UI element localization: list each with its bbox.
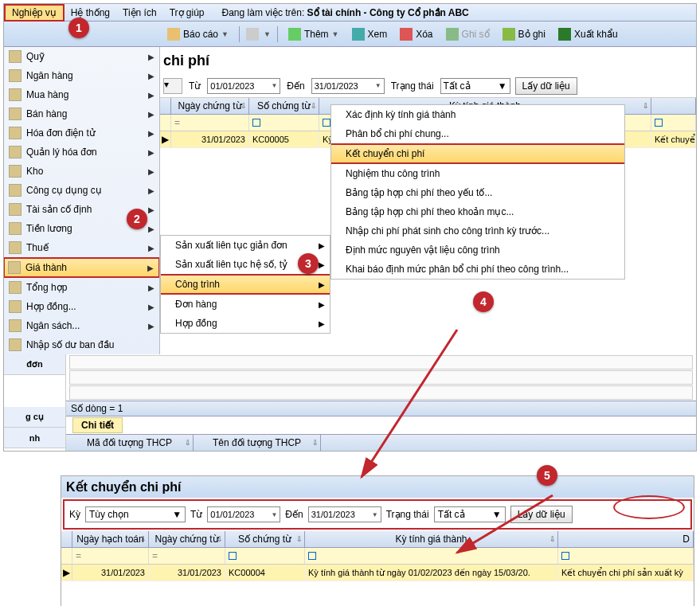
- module-icon: [9, 88, 22, 101]
- p2-to-date[interactable]: 31/01/2023▼: [308, 506, 381, 522]
- marker-5: 5: [537, 465, 557, 486]
- status-select[interactable]: Tất cả▼: [440, 78, 510, 94]
- menu-item-14[interactable]: Ngân sách...▶: [4, 316, 159, 335]
- menu-item-2[interactable]: Mua hàng▶: [4, 85, 159, 104]
- p2-col-d[interactable]: D: [558, 531, 694, 547]
- tab-chitiet[interactable]: Chi tiết: [72, 417, 123, 433]
- module-icon: [9, 127, 22, 139]
- panel2-title: Kết chuyển chi phí: [66, 480, 181, 494]
- col-sochungtu[interactable]: Số chứng từ⇩: [249, 98, 319, 114]
- post-icon: [446, 28, 459, 41]
- from-date[interactable]: 01/01/2023▼: [207, 78, 280, 94]
- sub3-item-5[interactable]: Bảng tập hợp chi phí theo khoản mục...: [331, 202, 624, 221]
- sub-item-4[interactable]: Hợp đồng▶: [161, 314, 330, 333]
- toolbar-xuatkhau[interactable]: Xuất khẩu: [554, 26, 622, 42]
- menu-item-11[interactable]: Giá thành▶: [4, 257, 159, 278]
- sub3-item-3[interactable]: Nghiệm thu công trình: [331, 164, 624, 183]
- p2-cell-ky: Kỳ tính giá thành từ ngày 01/02/2023 đến…: [305, 565, 558, 581]
- menu-trogiup[interactable]: Trợ giúp: [163, 6, 211, 20]
- sub3-item-7[interactable]: Định mức nguyên vật liệu công trình: [331, 240, 624, 260]
- menu-item-12[interactable]: Tổng hợp▶: [4, 278, 159, 297]
- menu-item-6[interactable]: Kho▶: [4, 162, 159, 181]
- module-icon: [9, 241, 22, 254]
- from-label: Từ: [189, 80, 201, 92]
- menu-tienich[interactable]: Tiện ích: [116, 6, 163, 20]
- toolbar-them[interactable]: Thêm▼: [284, 26, 343, 42]
- menu-item-5[interactable]: Quản lý hóa đơn▶: [4, 143, 159, 162]
- marker-4: 4: [473, 291, 494, 312]
- module-icon: [9, 222, 22, 235]
- module-icon: [8, 261, 21, 274]
- p2-col-chungtu[interactable]: Ngày chứng từ⇩: [149, 531, 225, 547]
- menu-nghiepvu[interactable]: Nghiệp vụ: [4, 4, 65, 22]
- main-area: chi phí ▾ Từ 01/01/2023▼ Đến 31/01/2023▼…: [160, 47, 696, 354]
- to-date[interactable]: 31/01/2023▼: [311, 78, 385, 94]
- menu-item-7[interactable]: Công cụ dụng cụ▶: [4, 181, 159, 200]
- module-icon: [9, 281, 22, 294]
- p2-col-so[interactable]: Số chứng từ⇩: [225, 531, 305, 547]
- row-count: Số dòng = 1: [66, 401, 696, 416]
- p2-tu-label: Từ: [190, 509, 202, 520]
- p2-status-select[interactable]: Tất cả▼: [434, 506, 506, 522]
- module-icon: [9, 319, 22, 332]
- sub-item-3[interactable]: Đơn hàng▶: [161, 295, 330, 314]
- panel-ketchuyen: Kết chuyển chi phí Kỳ Tùy chọn▼ Từ 01/01…: [61, 475, 694, 606]
- menu-item-15[interactable]: Nhập số dư ban đầu: [4, 335, 159, 354]
- p2-fetch-button[interactable]: Lấy dữ liệu: [510, 506, 573, 523]
- p2-den-label: Đến: [285, 509, 303, 520]
- p2-ky-select[interactable]: Tùy chọn▼: [85, 506, 186, 522]
- submenu-giathanh: Sản xuất liên tục giản đơn▶Sản xuất liên…: [160, 235, 330, 334]
- toolbar-xem[interactable]: Xem: [348, 26, 392, 42]
- toolbar-xoa[interactable]: Xóa: [396, 26, 436, 42]
- marker-2: 2: [127, 209, 147, 229]
- report-icon: [167, 28, 180, 41]
- lefttab-nh[interactable]: nh: [4, 428, 65, 448]
- toolbar-ghiso[interactable]: Ghi sổ: [442, 26, 494, 42]
- module-icon: [9, 146, 22, 158]
- sub3-item-2[interactable]: Kết chuyển chi phí: [331, 143, 624, 164]
- menu-item-10[interactable]: Thuế▶: [4, 238, 159, 257]
- module-icon: [9, 338, 22, 351]
- p2-grid-header: Ngày hạch toán⇩ Ngày chứng từ⇩ Số chứng …: [61, 531, 694, 548]
- p2-from-date[interactable]: 01/01/2023▼: [207, 506, 280, 522]
- col-madoituong[interactable]: Mã đối tượng THCP⇩: [66, 435, 194, 451]
- p2-row[interactable]: ▶ 31/01/2023 31/01/2023 KC00004 Kỳ tính …: [61, 565, 694, 581]
- cell-date: 31/01/2023: [171, 131, 249, 147]
- misc-icon[interactable]: [246, 28, 259, 41]
- sub-item-2[interactable]: Công trình▶: [161, 274, 330, 295]
- panel2-filter: Kỳ Tùy chọn▼ Từ 01/01/2023▼ Đến 31/01/20…: [63, 499, 692, 530]
- p2-ky-label: Kỳ: [69, 509, 80, 520]
- toolbar-baocao[interactable]: Báo cáo▼: [163, 26, 233, 42]
- left-tabs: đơn g cụ nh: [4, 354, 66, 451]
- period-select[interactable]: ▾: [163, 78, 182, 94]
- cell-so: KC00005: [249, 131, 319, 147]
- menu-item-4[interactable]: Hóa đơn điện tử▶: [4, 123, 159, 143]
- p2-status-label: Trạng thái: [386, 509, 429, 520]
- menu-item-13[interactable]: Hợp đồng...▶: [4, 297, 159, 316]
- add-icon: [288, 28, 301, 41]
- lefttab-gcu[interactable]: g cụ: [4, 407, 65, 428]
- sub3-item-4[interactable]: Bảng tập hợp chi phí theo yếu tố...: [331, 183, 624, 202]
- unpost-icon: [503, 28, 515, 41]
- sub3-item-0[interactable]: Xác định kỳ tính giá thành: [331, 105, 624, 124]
- sub-item-0[interactable]: Sản xuất liên tục giản đơn▶: [161, 236, 330, 255]
- lefttab-don[interactable]: đơn: [4, 354, 65, 375]
- module-icon: [9, 184, 22, 197]
- menu-item-1[interactable]: Ngân hàng▶: [4, 66, 159, 85]
- fetch-button[interactable]: Lấy dữ liệu: [515, 77, 577, 95]
- sub3-item-1[interactable]: Phân bổ chi phí chung...: [331, 124, 624, 143]
- marker-3: 3: [298, 253, 319, 274]
- sub3-item-6[interactable]: Nhập chi phí phát sinh cho công trình kỳ…: [331, 221, 624, 240]
- filter-bar: ▾ Từ 01/01/2023▼ Đến 31/01/2023▼ Trạng t…: [160, 74, 696, 98]
- p2-col-hachtoan[interactable]: Ngày hạch toán⇩: [72, 531, 149, 547]
- menu-hethong[interactable]: Hệ thống: [65, 6, 116, 20]
- menu-item-3[interactable]: Bán hàng▶: [4, 104, 159, 123]
- col-tendoituong[interactable]: Tên đối tượng THCP⇩: [194, 435, 321, 451]
- menu-item-0[interactable]: Quỹ▶: [4, 47, 159, 66]
- page-title: chi phí: [163, 53, 209, 69]
- p2-col-ky[interactable]: Kỳ tính giá thành⇩: [305, 531, 558, 547]
- col-ngaychungtu[interactable]: Ngày chứng từ⇩: [171, 98, 249, 114]
- toolbar-boghi[interactable]: Bỏ ghi: [499, 26, 549, 42]
- toolbar: Báo cáo▼ ▼ Thêm▼ Xem Xóa Ghi sổ Bỏ ghi X…: [4, 22, 696, 47]
- sub3-item-8[interactable]: Khai báo định mức phân bổ chi phí theo c…: [331, 260, 624, 279]
